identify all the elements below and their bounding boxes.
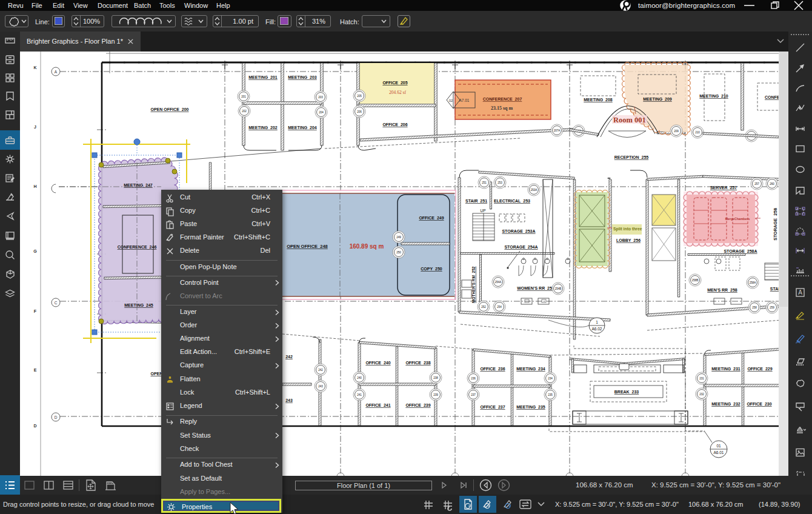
svg-text:A6.02: A6.02 xyxy=(592,327,602,331)
svg-text:205: 205 xyxy=(357,95,362,98)
svg-text:253: 253 xyxy=(498,181,502,184)
svg-text:Room 001: Room 001 xyxy=(613,116,646,124)
svg-text:259: 259 xyxy=(770,306,774,309)
svg-text:239: 239 xyxy=(433,393,438,396)
svg-text:241: 241 xyxy=(357,393,362,396)
svg-text:23.15 sq m: 23.15 sq m xyxy=(491,105,513,111)
svg-text:234: 234 xyxy=(548,377,553,380)
svg-text:242: 242 xyxy=(318,369,323,372)
svg-text:COPY 250: COPY 250 xyxy=(421,267,442,271)
svg-text:E: E xyxy=(34,368,37,372)
svg-text:ELECTRICAL 253: ELECTRICAL 253 xyxy=(494,199,530,203)
svg-text:OFFICE 249: OFFICE 249 xyxy=(419,216,444,220)
svg-text:260: 260 xyxy=(770,182,774,185)
svg-text:209: 209 xyxy=(674,130,679,133)
svg-text:258B: 258B xyxy=(692,279,699,282)
svg-text:Split into three: Split into three xyxy=(613,227,642,232)
svg-text:MergeChambers: MergeChambers xyxy=(725,217,750,221)
svg-text:254: 254 xyxy=(497,305,502,309)
svg-text:OFFICE 237: OFFICE 237 xyxy=(480,405,505,409)
svg-text:207A: 207A xyxy=(554,129,561,132)
svg-text:STORAGE 253A: STORAGE 253A xyxy=(502,229,535,233)
svg-text:A: A xyxy=(798,289,802,296)
svg-text:A7.01: A7.01 xyxy=(459,98,470,102)
svg-text:160.89 sq m: 160.89 sq m xyxy=(350,243,384,250)
svg-text:OFFICE 240: OFFICE 240 xyxy=(365,361,390,365)
svg-text:OFFICE 238: OFFICE 238 xyxy=(405,361,430,365)
svg-text:MEETING 235: MEETING 235 xyxy=(516,405,545,409)
svg-text:MEETING 201: MEETING 201 xyxy=(248,75,278,79)
svg-text:243: 243 xyxy=(318,385,323,388)
svg-text:252: 252 xyxy=(481,305,486,309)
svg-text:OFFICE 230: OFFICE 230 xyxy=(747,402,771,406)
svg-text:K: K xyxy=(33,65,36,70)
svg-text:MEETING 209: MEETING 209 xyxy=(643,97,672,101)
svg-text:258: 258 xyxy=(752,306,757,309)
svg-text:BREAK 233: BREAK 233 xyxy=(614,390,639,394)
svg-text:210: 210 xyxy=(695,131,700,134)
svg-text:J: J xyxy=(34,125,36,129)
svg-text:OFFICE 229: OFFICE 229 xyxy=(747,367,772,371)
svg-text:MEETING 203: MEETING 203 xyxy=(288,75,317,79)
svg-text:MEETING 231: MEETING 231 xyxy=(711,367,740,371)
svg-text:OFFICE 205: OFFICE 205 xyxy=(382,81,407,85)
svg-text:251: 251 xyxy=(482,181,487,184)
svg-text:A6.01: A6.01 xyxy=(714,450,724,455)
svg-text:OFFICE 241: OFFICE 241 xyxy=(365,403,390,407)
svg-text:204.62 sf: 204.62 sf xyxy=(389,90,406,95)
svg-text:A: A xyxy=(55,70,58,74)
svg-text:D: D xyxy=(55,415,58,419)
svg-text:232: 232 xyxy=(699,393,704,396)
svg-text:206: 206 xyxy=(357,110,362,113)
svg-text:STORAGE 258: STORAGE 258 xyxy=(773,208,778,241)
svg-text:MEETING 210: MEETING 210 xyxy=(699,94,728,98)
svg-text:WOMEN'S RR 254: WOMEN'S RR 254 xyxy=(517,286,554,290)
svg-text:OPEN OFFICE 200: OPEN OFFICE 200 xyxy=(150,107,188,112)
svg-text:OFFICE 239: OFFICE 239 xyxy=(405,403,430,407)
svg-text:243: 243 xyxy=(285,398,293,402)
svg-text:258A: 258A xyxy=(750,281,757,284)
svg-text:OFFICE 206: OFFICE 206 xyxy=(382,122,407,127)
svg-text:249: 249 xyxy=(396,236,401,239)
svg-text:204: 204 xyxy=(319,111,324,114)
svg-text:STAIR: STAIR xyxy=(770,287,779,291)
svg-text:CONFERENCE 207: CONFERENCE 207 xyxy=(483,97,522,101)
svg-text:01: 01 xyxy=(716,444,721,448)
svg-text:02: 02 xyxy=(449,99,453,102)
svg-text:254A: 254A xyxy=(495,281,502,284)
svg-text:MEETING 202: MEETING 202 xyxy=(248,125,278,130)
svg-text:H: H xyxy=(33,184,36,189)
svg-text:235: 235 xyxy=(548,393,553,396)
svg-text:C: C xyxy=(55,301,58,305)
svg-text:MEETING 204: MEETING 204 xyxy=(288,125,317,130)
svg-text:CONFERE: CONFERE xyxy=(765,95,779,99)
svg-text:STORAGE 254A: STORAGE 254A xyxy=(504,245,537,249)
svg-text:237: 237 xyxy=(471,393,476,396)
svg-text:MOTHER'S RM 252: MOTHER'S RM 252 xyxy=(471,266,476,303)
svg-text:STORAGE 258A: STORAGE 258A xyxy=(724,249,757,253)
svg-text:MEETING 245: MEETING 245 xyxy=(124,303,153,307)
svg-text:OPEN OFFICE 248: OPEN OFFICE 248 xyxy=(287,244,328,249)
svg-text:240: 240 xyxy=(357,376,362,379)
svg-text:MEETING 232: MEETING 232 xyxy=(711,402,740,406)
svg-text:RECEPTION 255: RECEPTION 255 xyxy=(614,155,649,159)
svg-text:F: F xyxy=(34,309,37,313)
svg-text:236: 236 xyxy=(471,377,476,380)
svg-text:231: 231 xyxy=(699,377,704,380)
svg-text:254B: 254B xyxy=(555,287,562,290)
svg-text:LOBBY 256: LOBBY 256 xyxy=(616,238,641,242)
svg-text:202: 202 xyxy=(242,110,247,113)
svg-text:MEETING 208: MEETING 208 xyxy=(584,98,613,102)
svg-text:201: 201 xyxy=(241,95,246,98)
svg-text:238: 238 xyxy=(433,376,438,379)
svg-text:SERVER 257: SERVER 257 xyxy=(710,185,737,190)
svg-text:STAIR 251: STAIR 251 xyxy=(465,199,487,203)
svg-text:D: D xyxy=(33,424,36,428)
svg-text:203: 203 xyxy=(318,96,323,99)
svg-text:257: 257 xyxy=(754,182,759,185)
svg-text:UP: UP xyxy=(480,209,485,213)
svg-text:MEN'S RR 258: MEN'S RR 258 xyxy=(707,288,737,292)
svg-text:G: G xyxy=(33,249,37,253)
svg-text:OFFICE 236: OFFICE 236 xyxy=(480,367,505,371)
svg-text:MEETING 234: MEETING 234 xyxy=(516,367,545,371)
